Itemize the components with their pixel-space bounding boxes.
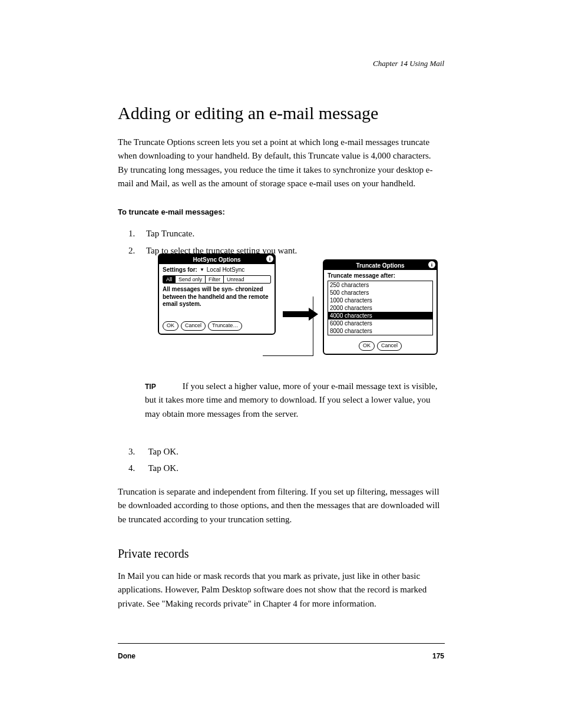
step-item: 4. Tap OK. <box>128 462 447 475</box>
hotsync-options-dialog: HotSync Options i Settings for: ▼ Local … <box>158 253 276 335</box>
dropdown-value[interactable]: Local HotSync <box>207 266 244 273</box>
option-250[interactable]: 250 characters <box>328 281 432 289</box>
settings-for-row: Settings for: ▼ Local HotSync <box>163 266 271 273</box>
cancel-button[interactable]: Cancel <box>377 341 402 351</box>
tip-note: TIP If you select a higher value, more o… <box>145 380 443 421</box>
truncate-option-list: 250 characters 500 characters 1000 chara… <box>328 281 433 335</box>
footer-page-number: 175 <box>432 652 444 660</box>
tab-bar: All Send only Filter Unread <box>163 275 271 284</box>
section-title: Adding or editing an e-mail message <box>118 103 378 123</box>
step-item: 3. Tap OK. <box>128 445 447 459</box>
callout-line <box>263 355 313 356</box>
dialog-body: Truncate message after: 250 characters 5… <box>324 270 437 341</box>
dialog-diagram: HotSync Options i Settings for: ▼ Local … <box>158 253 438 371</box>
settings-for-label: Settings for: <box>163 266 197 273</box>
callout-line <box>313 297 313 355</box>
cancel-button[interactable]: Cancel <box>181 321 206 331</box>
info-icon[interactable]: i <box>266 255 273 262</box>
step-text: Tap OK. <box>148 463 178 473</box>
step-number: 2. <box>128 244 146 258</box>
tab-all[interactable]: All <box>163 276 176 283</box>
step-number: 3. <box>128 445 146 459</box>
step-item: 1. Tap Truncate. <box>128 227 447 241</box>
dropdown-caret-icon[interactable]: ▼ <box>200 267 204 272</box>
tab-unread[interactable]: Unread <box>224 276 247 283</box>
dialog-titlebar: Truncate Options i <box>324 261 437 270</box>
step-text: Tap Truncate. <box>146 227 194 241</box>
truncate-button[interactable]: Truncate… <box>208 321 242 331</box>
dialog-description: All messages will be syn- chronized betw… <box>163 286 271 308</box>
ok-button[interactable]: OK <box>163 321 178 331</box>
dialog-title: Truncate Options <box>356 262 404 269</box>
option-4000[interactable]: 4000 characters <box>328 312 432 319</box>
dialog-titlebar: HotSync Options i <box>159 255 275 264</box>
steps-heading: To truncate e-mail messages: <box>118 207 225 216</box>
chapter-header: Chapter 14 Using Mail <box>373 59 444 68</box>
footer-rule <box>118 643 445 644</box>
dialog-body: Settings for: ▼ Local HotSync All Send o… <box>159 264 275 321</box>
subheading: Private records <box>118 547 189 561</box>
tab-send-only[interactable]: Send only <box>176 276 206 283</box>
tip-label: TIP <box>145 381 180 393</box>
truncate-options-dialog: Truncate Options i Truncate message afte… <box>323 259 438 355</box>
tip-text: If you select a higher value, more of yo… <box>145 381 438 419</box>
option-500[interactable]: 500 characters <box>328 289 432 297</box>
ok-button[interactable]: OK <box>359 341 375 351</box>
step-number: 4. <box>128 462 146 475</box>
dialog-button-row: OK Cancel Truncate… <box>159 321 275 334</box>
subheading-paragraph: In Mail you can hide or mask records tha… <box>118 569 442 611</box>
intro-paragraph: The Truncate Options screen lets you set… <box>118 136 441 190</box>
info-icon[interactable]: i <box>428 261 435 268</box>
dialog-title: HotSync Options <box>193 256 240 263</box>
option-6000[interactable]: 6000 characters <box>328 319 432 327</box>
tab-filter[interactable]: Filter <box>206 276 224 283</box>
option-1000[interactable]: 1000 characters <box>328 297 432 304</box>
footer-left: Done <box>118 652 135 660</box>
step-text: Tap OK. <box>148 447 178 456</box>
outro-paragraph: Truncation is separate and independent f… <box>118 485 442 526</box>
option-8000[interactable]: 8000 characters <box>328 327 432 335</box>
page: Chapter 14 Using Mail Adding or editing … <box>0 0 562 728</box>
option-2000[interactable]: 2000 characters <box>328 304 432 312</box>
step-number: 1. <box>128 227 146 241</box>
truncate-after-label: Truncate message after: <box>328 272 433 279</box>
dialog-button-row: OK Cancel <box>324 341 437 354</box>
